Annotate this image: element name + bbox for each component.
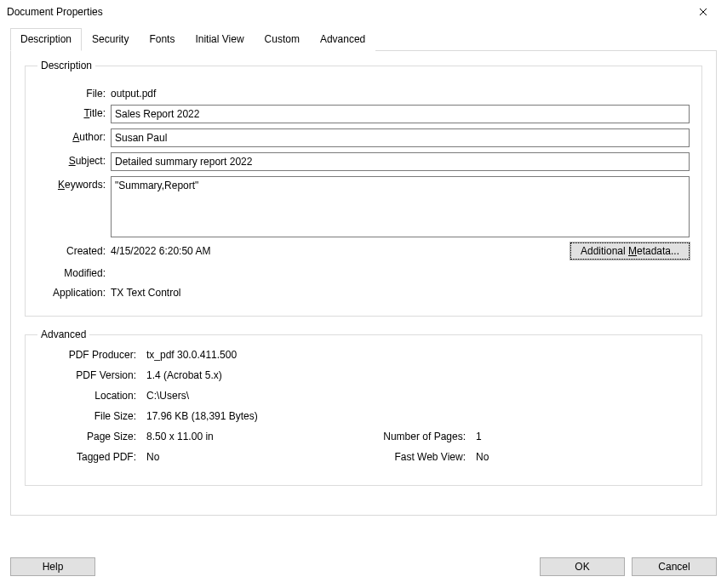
application-value: TX Text Control [111,284,690,299]
file-value: output.pdf [111,85,690,100]
tab-panel-description: Description File: output.pdf Title: Auth… [10,51,717,516]
subject-input[interactable] [111,152,690,171]
cancel-button[interactable]: Cancel [632,557,717,576]
fast-web-value: No [476,451,690,463]
keywords-label: Keywords: [37,176,111,191]
title-bar: Document Properties [0,0,727,24]
location-value: C:\Users\ [146,390,690,402]
window-title: Document Properties [7,6,103,18]
pdf-version-label: PDF Version: [37,369,140,381]
tab-strip: Description Security Fonts Initial View … [10,27,717,51]
modified-label: Modified: [37,265,111,279]
num-pages-value: 1 [476,431,690,442]
group-description: Description File: output.pdf Title: Auth… [25,60,702,317]
file-size-label: File Size: [37,410,140,422]
pdf-version-value: 1.4 (Acrobat 5.x) [146,369,690,381]
tab-custom[interactable]: Custom [255,28,310,51]
additional-metadata-button[interactable]: Additional Metadata... [570,243,690,260]
page-size-value: 8.50 x 11.00 in [146,431,360,442]
tab-description[interactable]: Description [10,28,82,51]
tab-initial-view[interactable]: Initial View [185,28,254,51]
pdf-producer-value: tx_pdf 30.0.411.500 [146,349,690,361]
modified-value [111,265,690,267]
close-icon [699,8,707,16]
close-button[interactable] [686,2,720,22]
tab-advanced[interactable]: Advanced [310,28,375,51]
subject-label: Subject: [37,152,111,167]
help-button[interactable]: Help [10,557,95,576]
dialog-footer: Help OK Cancel [0,549,727,588]
tab-security[interactable]: Security [82,28,139,51]
tagged-pdf-label: Tagged PDF: [37,451,140,463]
group-advanced-legend: Advanced [37,328,89,340]
tagged-pdf-value: No [146,451,360,463]
file-label: File: [37,85,111,100]
created-value: 4/15/2022 6:20:50 AM [111,243,570,260]
author-label: Author: [37,128,111,143]
fast-web-label: Fast Web View: [367,451,469,463]
location-label: Location: [37,390,140,402]
application-label: Application: [37,284,111,299]
page-size-label: Page Size: [37,431,140,442]
num-pages-label: Number of Pages: [367,431,469,442]
tab-fonts[interactable]: Fonts [139,28,185,51]
file-size-value: 17.96 KB (18,391 Bytes) [146,410,690,422]
group-description-legend: Description [37,60,95,71]
keywords-input[interactable] [111,176,690,237]
group-advanced: Advanced PDF Producer: tx_pdf 30.0.411.5… [25,328,702,486]
title-label: Title: [37,105,111,119]
pdf-producer-label: PDF Producer: [37,349,140,361]
ok-button[interactable]: OK [540,557,625,576]
created-label: Created: [37,243,111,260]
author-input[interactable] [111,128,690,147]
title-input[interactable] [111,105,690,123]
